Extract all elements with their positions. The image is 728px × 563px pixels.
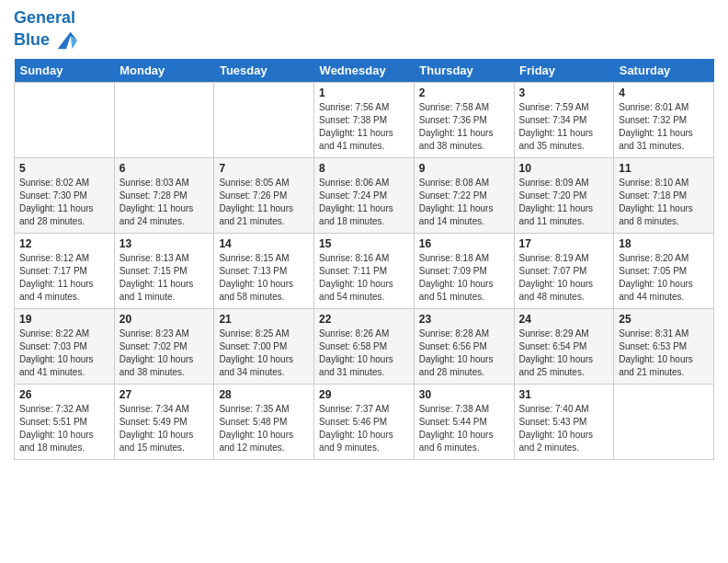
day-info: Sunrise: 8:18 AM Sunset: 7:09 PM Dayligh… <box>419 252 509 304</box>
day-info: Sunrise: 7:35 AM Sunset: 5:48 PM Dayligh… <box>219 403 309 454</box>
day-number: 13 <box>119 237 210 250</box>
calendar-cell: 25Sunrise: 8:31 AM Sunset: 6:53 PM Dayli… <box>614 308 714 384</box>
col-header-monday: Monday <box>114 59 214 83</box>
calendar-cell: 28Sunrise: 7:35 AM Sunset: 5:48 PM Dayli… <box>214 384 314 459</box>
day-info: Sunrise: 8:25 AM Sunset: 7:00 PM Dayligh… <box>219 327 309 379</box>
day-number: 7 <box>219 162 309 175</box>
day-number: 8 <box>319 162 409 175</box>
day-number: 9 <box>419 162 509 175</box>
day-number: 4 <box>619 86 709 99</box>
calendar-cell: 20Sunrise: 8:23 AM Sunset: 7:02 PM Dayli… <box>114 308 214 384</box>
day-number: 30 <box>419 388 509 401</box>
day-number: 20 <box>119 313 210 326</box>
calendar-cell: 16Sunrise: 8:18 AM Sunset: 7:09 PM Dayli… <box>414 233 514 308</box>
col-header-tuesday: Tuesday <box>214 59 314 83</box>
day-number: 28 <box>219 388 309 401</box>
calendar-cell: 1Sunrise: 7:56 AM Sunset: 7:38 PM Daylig… <box>314 82 415 157</box>
day-number: 6 <box>119 162 210 175</box>
day-info: Sunrise: 7:38 AM Sunset: 5:44 PM Dayligh… <box>419 403 509 454</box>
calendar-cell: 19Sunrise: 8:22 AM Sunset: 7:03 PM Dayli… <box>15 308 115 384</box>
calendar-cell: 9Sunrise: 8:08 AM Sunset: 7:22 PM Daylig… <box>414 157 514 233</box>
calendar-cell <box>114 82 214 157</box>
calendar-cell: 26Sunrise: 7:32 AM Sunset: 5:51 PM Dayli… <box>15 384 115 459</box>
day-info: Sunrise: 8:22 AM Sunset: 7:03 PM Dayligh… <box>19 327 109 379</box>
calendar-cell: 2Sunrise: 7:58 AM Sunset: 7:36 PM Daylig… <box>414 82 514 157</box>
day-info: Sunrise: 7:59 AM Sunset: 7:34 PM Dayligh… <box>519 101 609 153</box>
calendar-week-2: 12Sunrise: 8:12 AM Sunset: 7:17 PM Dayli… <box>15 233 714 308</box>
calendar-cell: 6Sunrise: 8:03 AM Sunset: 7:28 PM Daylig… <box>114 157 214 233</box>
day-number: 31 <box>519 388 609 401</box>
day-number: 10 <box>519 162 609 175</box>
calendar-cell: 27Sunrise: 7:34 AM Sunset: 5:49 PM Dayli… <box>114 384 214 459</box>
day-number: 22 <box>319 313 409 326</box>
day-number: 23 <box>419 313 509 326</box>
day-info: Sunrise: 8:13 AM Sunset: 7:15 PM Dayligh… <box>119 252 210 304</box>
calendar-cell: 18Sunrise: 8:20 AM Sunset: 7:05 PM Dayli… <box>614 233 714 308</box>
col-header-saturday: Saturday <box>614 59 714 83</box>
day-info: Sunrise: 8:26 AM Sunset: 6:58 PM Dayligh… <box>319 327 409 379</box>
page-header: General Blue <box>14 9 714 53</box>
calendar-cell: 30Sunrise: 7:38 AM Sunset: 5:44 PM Dayli… <box>414 384 514 459</box>
day-number: 14 <box>219 237 309 250</box>
day-info: Sunrise: 8:29 AM Sunset: 6:54 PM Dayligh… <box>519 327 609 379</box>
calendar-cell: 4Sunrise: 8:01 AM Sunset: 7:32 PM Daylig… <box>614 82 714 157</box>
day-info: Sunrise: 8:23 AM Sunset: 7:02 PM Dayligh… <box>119 327 210 379</box>
day-number: 27 <box>119 388 210 401</box>
day-info: Sunrise: 8:15 AM Sunset: 7:13 PM Dayligh… <box>219 252 309 304</box>
col-header-friday: Friday <box>514 59 614 83</box>
calendar-cell <box>15 82 115 157</box>
calendar-cell: 7Sunrise: 8:05 AM Sunset: 7:26 PM Daylig… <box>214 157 314 233</box>
day-number: 17 <box>519 237 609 250</box>
calendar-cell <box>214 82 314 157</box>
col-header-wednesday: Wednesday <box>314 59 415 83</box>
day-info: Sunrise: 8:31 AM Sunset: 6:53 PM Dayligh… <box>619 327 709 379</box>
logo-icon <box>53 28 79 53</box>
col-header-sunday: Sunday <box>15 59 115 83</box>
day-number: 24 <box>519 313 609 326</box>
day-info: Sunrise: 8:16 AM Sunset: 7:11 PM Dayligh… <box>319 252 409 304</box>
day-number: 21 <box>219 313 309 326</box>
day-number: 15 <box>319 237 409 250</box>
calendar-cell: 3Sunrise: 7:59 AM Sunset: 7:34 PM Daylig… <box>514 82 614 157</box>
day-info: Sunrise: 8:28 AM Sunset: 6:56 PM Dayligh… <box>419 327 509 379</box>
calendar-cell <box>614 384 714 459</box>
day-info: Sunrise: 8:03 AM Sunset: 7:28 PM Dayligh… <box>119 177 210 228</box>
calendar-week-4: 26Sunrise: 7:32 AM Sunset: 5:51 PM Dayli… <box>15 384 714 459</box>
calendar-cell: 12Sunrise: 8:12 AM Sunset: 7:17 PM Dayli… <box>15 233 115 308</box>
day-number: 26 <box>19 388 109 401</box>
day-info: Sunrise: 7:40 AM Sunset: 5:43 PM Dayligh… <box>519 403 609 454</box>
calendar-cell: 5Sunrise: 8:02 AM Sunset: 7:30 PM Daylig… <box>15 157 115 233</box>
calendar-cell: 11Sunrise: 8:10 AM Sunset: 7:18 PM Dayli… <box>614 157 714 233</box>
day-number: 11 <box>619 162 709 175</box>
day-number: 2 <box>419 86 509 99</box>
day-info: Sunrise: 8:02 AM Sunset: 7:30 PM Dayligh… <box>19 177 109 228</box>
calendar-cell: 21Sunrise: 8:25 AM Sunset: 7:00 PM Dayli… <box>214 308 314 384</box>
day-number: 29 <box>319 388 409 401</box>
day-info: Sunrise: 8:09 AM Sunset: 7:20 PM Dayligh… <box>519 177 609 228</box>
day-number: 18 <box>619 237 709 250</box>
day-number: 12 <box>19 237 109 250</box>
day-info: Sunrise: 7:34 AM Sunset: 5:49 PM Dayligh… <box>119 403 210 454</box>
calendar-cell: 22Sunrise: 8:26 AM Sunset: 6:58 PM Dayli… <box>314 308 415 384</box>
calendar-cell: 13Sunrise: 8:13 AM Sunset: 7:15 PM Dayli… <box>114 233 214 308</box>
calendar-header-row: SundayMondayTuesdayWednesdayThursdayFrid… <box>15 59 714 83</box>
day-number: 19 <box>19 313 109 326</box>
calendar-cell: 10Sunrise: 8:09 AM Sunset: 7:20 PM Dayli… <box>514 157 614 233</box>
calendar-week-1: 5Sunrise: 8:02 AM Sunset: 7:30 PM Daylig… <box>15 157 714 233</box>
day-info: Sunrise: 8:01 AM Sunset: 7:32 PM Dayligh… <box>619 101 709 153</box>
day-info: Sunrise: 7:37 AM Sunset: 5:46 PM Dayligh… <box>319 403 409 454</box>
calendar-cell: 17Sunrise: 8:19 AM Sunset: 7:07 PM Dayli… <box>514 233 614 308</box>
calendar-cell: 8Sunrise: 8:06 AM Sunset: 7:24 PM Daylig… <box>314 157 415 233</box>
day-info: Sunrise: 8:05 AM Sunset: 7:26 PM Dayligh… <box>219 177 309 228</box>
day-info: Sunrise: 7:58 AM Sunset: 7:36 PM Dayligh… <box>419 101 509 153</box>
day-number: 5 <box>19 162 109 175</box>
calendar-cell: 15Sunrise: 8:16 AM Sunset: 7:11 PM Dayli… <box>314 233 415 308</box>
calendar-week-0: 1Sunrise: 7:56 AM Sunset: 7:38 PM Daylig… <box>15 82 714 157</box>
day-info: Sunrise: 8:10 AM Sunset: 7:18 PM Dayligh… <box>619 177 709 228</box>
day-number: 25 <box>619 313 709 326</box>
day-number: 16 <box>419 237 509 250</box>
logo: General Blue <box>14 9 79 53</box>
calendar-week-3: 19Sunrise: 8:22 AM Sunset: 7:03 PM Dayli… <box>15 308 714 384</box>
logo-blue: Blue <box>14 31 50 50</box>
day-info: Sunrise: 7:56 AM Sunset: 7:38 PM Dayligh… <box>319 101 409 153</box>
